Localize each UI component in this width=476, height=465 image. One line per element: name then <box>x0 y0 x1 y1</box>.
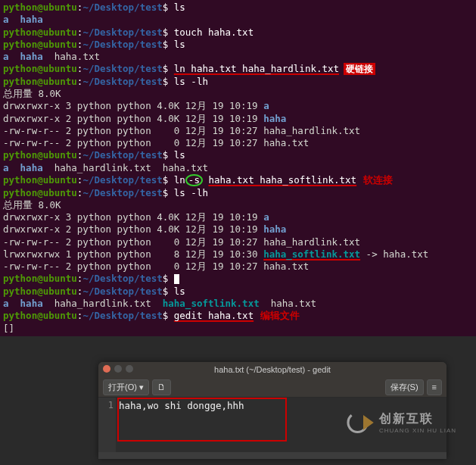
output-line: drwxrwxr-x 3 python python 4.0K 12月 19 1… <box>3 211 473 223</box>
open-button[interactable]: 打开(O) ▾ <box>103 379 149 395</box>
line-number-gutter: 1 <box>98 398 116 452</box>
annotation-label: 软连接 <box>361 173 395 186</box>
output-line: 总用量 8.0K <box>3 88 473 100</box>
output-line: drwxrwxr-x 2 python python 4.0K 12月 19 1… <box>3 223 473 236</box>
chevron-down-icon: ▾ <box>139 382 144 392</box>
terminal[interactable]: python@ubuntu:~/Desktop/test$ lsa hahapy… <box>0 0 476 336</box>
output-line: -rw-rw-r-- 2 python python 0 12月 19 10:2… <box>3 125 473 137</box>
output-line: drwxrwxr-x 3 python python 4.0K 12月 19 1… <box>3 100 473 112</box>
prompt-line: python@ubuntu:~/Desktop/test$ ls <box>3 149 473 161</box>
new-document-button[interactable]: 🗋 <box>152 379 171 395</box>
gedit-toolbar: 打开(O) ▾ 🗋 保存(S) ≡ <box>98 377 446 398</box>
output-line: lrwxrwxrwx 1 python python 8 12月 19 10:3… <box>3 248 473 261</box>
prompt-line: python@ubuntu:~/Desktop/test$ ls <box>3 39 473 51</box>
output-line: 总用量 8.0K <box>3 199 473 211</box>
annotation-label: 编辑文件 <box>258 309 302 322</box>
output-line: -rw-rw-r-- 2 python python 0 12月 19 10:2… <box>3 236 473 248</box>
output-line: [] <box>3 323 473 335</box>
maximize-icon[interactable] <box>126 365 133 373</box>
gedit-window: haha.txt (~/Desktop/test) - gedit 打开(O) … <box>98 362 446 459</box>
prompt-line: python@ubuntu:~/Desktop/test$ ls -lh <box>3 76 473 88</box>
prompt-line: python@ubuntu:~/Desktop/test$ gedit haha… <box>3 310 473 323</box>
output-line: a haha haha_hardlink.txt haha_softlink.t… <box>3 298 473 310</box>
minimize-icon[interactable] <box>114 365 122 373</box>
prompt-line: python@ubuntu:~/Desktop/test$ <box>3 273 473 285</box>
gedit-editor[interactable]: 1 haha,wo shi dongge,hhh <box>98 398 446 452</box>
save-button[interactable]: 保存(S) <box>385 379 424 395</box>
cursor <box>174 274 179 284</box>
prompt-line: python@ubuntu:~/Desktop/test$ ls <box>3 2 473 14</box>
prompt-line: python@ubuntu:~/Desktop/test$ ln haha.tx… <box>3 63 473 76</box>
output-line: drwxrwxr-x 2 python python 4.0K 12月 19 1… <box>3 113 473 125</box>
hamburger-menu-button[interactable]: ≡ <box>427 379 442 395</box>
output-line: a haha haha.txt <box>3 51 473 63</box>
output-line: -rw-rw-r-- 2 python python 0 12月 19 10:2… <box>3 261 473 273</box>
prompt-line: python@ubuntu:~/Desktop/test$ ls <box>3 286 473 298</box>
close-icon[interactable] <box>103 365 110 373</box>
output-line: a haha haha_hardlink.txt haha.txt <box>3 162 473 174</box>
prompt-line: python@ubuntu:~/Desktop/test$ touch haha… <box>3 27 473 39</box>
gedit-titlebar: haha.txt (~/Desktop/test) - gedit <box>98 362 446 377</box>
gedit-title-text: haha.txt (~/Desktop/test) - gedit <box>214 365 331 374</box>
editor-content[interactable]: haha,wo shi dongge,hhh <box>116 398 446 452</box>
prompt-line: python@ubuntu:~/Desktop/test$ ls -lh <box>3 187 473 199</box>
window-controls[interactable] <box>103 365 133 373</box>
annotation-label: 硬链接 <box>344 63 375 75</box>
annotation-box <box>117 398 287 442</box>
prompt-line: python@ubuntu:~/Desktop/test$ ln-s haha.… <box>3 174 473 187</box>
output-line: -rw-rw-r-- 2 python python 0 12月 19 10:2… <box>3 137 473 149</box>
output-line: a haha <box>3 14 473 26</box>
